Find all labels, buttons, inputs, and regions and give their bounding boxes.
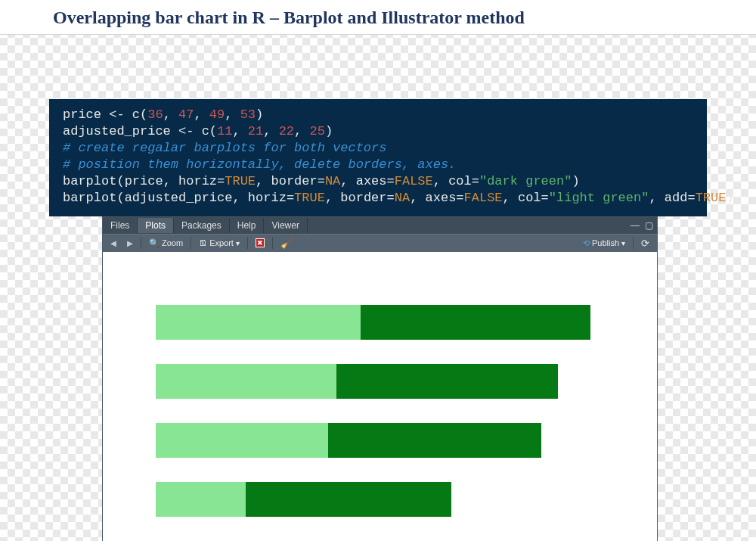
broom-icon: 🧹 <box>280 238 293 249</box>
plot-canvas <box>103 252 657 541</box>
pane-toolbar: ◄ ► 🔍 Zoom 🖻 Export ▾ ✖ 🧹 ⟲ Publish ▾ ⟳ <box>103 234 657 252</box>
zoom-button[interactable]: 🔍 Zoom <box>146 238 186 249</box>
bar-adjusted-price <box>156 423 328 458</box>
prev-plot-icon[interactable]: ◄ <box>107 237 119 249</box>
separator <box>247 237 248 249</box>
bar-adjusted-price <box>156 305 361 340</box>
gap <box>0 35 756 99</box>
bar-row <box>156 364 627 399</box>
minimize-icon[interactable]: — <box>630 220 640 231</box>
separator <box>191 237 191 249</box>
code-block: price <- c(36, 47, 49, 53) adjusted_pric… <box>49 99 707 216</box>
code-op: <- c( <box>101 107 147 122</box>
export-button[interactable]: 🖻 Export ▾ <box>196 238 243 248</box>
rstudio-plots-pane: Files Plots Packages Help Viewer — ▢ ◄ ►… <box>102 216 658 541</box>
separator <box>272 237 273 249</box>
export-icon: 🖻 <box>199 238 207 247</box>
bar-adjusted-price <box>156 364 336 399</box>
publish-icon: ⟲ <box>583 238 590 248</box>
zoom-label: Zoom <box>162 238 183 247</box>
maximize-icon[interactable]: ▢ <box>643 220 654 231</box>
chevron-down-icon: ▾ <box>621 239 625 247</box>
slide-header: Overlapping bar chart in R – Barplot and… <box>0 0 756 35</box>
clear-all-button[interactable]: 🧹 <box>277 237 296 250</box>
zoom-icon: 🔍 <box>149 238 160 248</box>
separator <box>633 237 634 249</box>
code-comment: # create regalar barplots for both vecto… <box>63 141 386 155</box>
chevron-down-icon: ▾ <box>236 239 240 247</box>
tab-viewer[interactable]: Viewer <box>264 218 307 233</box>
tab-help[interactable]: Help <box>230 218 265 233</box>
code-var: price <box>63 107 101 122</box>
tab-packages[interactable]: Packages <box>174 218 230 233</box>
bar-row <box>156 423 627 458</box>
bar-row <box>156 305 627 340</box>
tab-files[interactable]: Files <box>103 218 138 233</box>
code-num: 36 <box>147 107 163 122</box>
refresh-icon: ⟳ <box>641 238 649 249</box>
export-label: Export <box>209 238 234 247</box>
remove-icon: ✖ <box>256 238 265 247</box>
bar-adjusted-price <box>156 482 246 517</box>
publish-label: Publish <box>592 238 619 247</box>
tab-plots[interactable]: Plots <box>138 218 174 233</box>
pane-tabs: Files Plots Packages Help Viewer — ▢ <box>103 217 657 234</box>
publish-button[interactable]: ⟲ Publish ▾ <box>580 238 628 249</box>
page-title: Overlapping bar chart in R – Barplot and… <box>0 8 756 28</box>
code-comment: # position them horizontally, delete bor… <box>63 157 456 172</box>
bar-row <box>156 482 627 517</box>
refresh-button[interactable]: ⟳ <box>638 237 652 250</box>
next-plot-icon[interactable]: ► <box>124 237 136 249</box>
separator <box>141 237 141 249</box>
remove-plot-button[interactable]: ✖ <box>253 238 268 248</box>
